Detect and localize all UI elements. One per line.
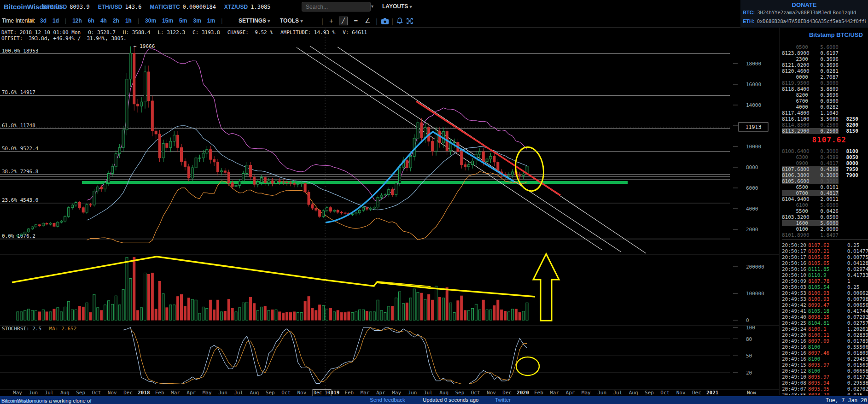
trade-row: 20:49:1281000.06658 (780, 368, 868, 374)
svg-text:Sep: Sep (266, 390, 275, 396)
svg-text:Feb: Feb (344, 390, 354, 396)
tools-button[interactable]: TOOLS ▾ (280, 18, 303, 24)
svg-text:May: May (13, 390, 22, 396)
ticker-item[interactable]: MATIC/BTC0.00000184 (150, 4, 216, 10)
ask-row: 8119.95000.3000 (780, 80, 868, 86)
trade-price: 8104.81 (808, 320, 847, 326)
plus-icon[interactable]: ＋ (328, 17, 334, 25)
trade-row: 20:50:098107.781 (780, 278, 868, 284)
expand-icon[interactable] (406, 18, 413, 24)
svg-text:Jun: Jun (29, 390, 38, 396)
interval-button-6h[interactable]: 6h (88, 18, 94, 24)
trade-amount: 0.00662 (847, 290, 868, 296)
interval-button-1m[interactable]: 1m (207, 18, 215, 24)
svg-text:61.8% 11748: 61.8% 11748 (2, 123, 35, 129)
svg-text:Nov: Nov (108, 390, 117, 396)
ask-row: 8121.02000.3696 (780, 62, 868, 68)
order-price: 0100 (782, 226, 808, 232)
horizontal-line-tool-icon[interactable]: ＝ (353, 17, 359, 25)
interval-button-1h[interactable]: 1h (125, 18, 132, 24)
price-amount: 8117.48001.1049 (782, 110, 839, 116)
twitter-link[interactable]: Twitter (495, 397, 511, 403)
interval-button-3m[interactable]: 3m (193, 18, 201, 24)
svg-text:Jul: Jul (45, 390, 54, 396)
price-amount: 8104.94002.0011 (782, 196, 839, 202)
order-price: 8105.6600 (782, 178, 808, 184)
order-amount: 0.3696 (808, 56, 839, 62)
search-dropdown-caret-icon[interactable]: ▾ (371, 4, 373, 9)
status-bar: BitcoinWisdom.io is a working clone of b… (0, 396, 868, 404)
trade-price: 8100.11 (808, 332, 847, 338)
price-amount: 8118.84003.8809 (782, 86, 839, 92)
svg-text:Oct: Oct (92, 390, 101, 396)
trade-amount: 0.41733 (847, 272, 868, 278)
clone-link[interactable]: bitcoinwisdom.com (1, 398, 46, 404)
scale-price: 8250 (839, 116, 858, 122)
settings-button[interactable]: SETTINGS ▾ (239, 18, 270, 24)
order-price: 8107.6800 (782, 166, 808, 172)
trade-price: 8093.29 (808, 392, 847, 395)
svg-text:4000: 4000 (746, 206, 758, 212)
order-amount: 0.4817 (808, 160, 839, 166)
trend-line-tool-icon[interactable]: ╱ (339, 17, 348, 25)
info-segment: O: 3528.7 (88, 29, 116, 35)
bid-row: 16005.6000 (780, 220, 868, 226)
trade-price: 8107.62 (808, 242, 847, 248)
svg-text:May: May (203, 390, 212, 396)
svg-text:100000: 100000 (746, 291, 764, 297)
trade-amount: 1 (847, 278, 851, 284)
interval-button-15m[interactable]: 15m (162, 18, 173, 24)
info-segment: L: 3122.3 (157, 29, 185, 35)
order-price: 8121.0200 (782, 62, 808, 68)
ask-row: 8113.29000.25008150 (780, 128, 868, 134)
order-price: 8200 (782, 92, 808, 98)
trade-amount: 1.20261 (847, 326, 868, 332)
price-amount: 09000.4817 (782, 160, 839, 166)
interval-button-12h[interactable]: 12h (72, 18, 82, 24)
trade-time: 20:49:40 (782, 314, 808, 320)
svg-text:Jul: Jul (234, 390, 243, 396)
order-amount: 3.8809 (808, 86, 839, 92)
ticker-item[interactable]: BTC/USD8093.9 (42, 4, 90, 10)
trade-time: 20:50:03 (782, 284, 808, 290)
price-amount: 05005.6000 (782, 44, 839, 50)
scale-price (839, 214, 858, 220)
svg-text:10000: 10000 (746, 144, 761, 150)
price-amount: 55000.0426 (782, 208, 839, 214)
interval-button-30m[interactable]: 30m (145, 18, 156, 24)
camera-icon[interactable] (381, 18, 389, 24)
angle-tool-icon[interactable]: ∠ (365, 17, 371, 24)
svg-text:Oct: Oct (660, 390, 670, 396)
layouts-button[interactable]: LAYOUTS ▾ (382, 3, 412, 10)
order-amount: 0.3696 (808, 92, 839, 98)
order-price: 8108.6400 (782, 148, 808, 154)
interval-button-5m[interactable]: 5m (179, 18, 187, 24)
svg-text:50: 50 (746, 353, 752, 359)
scale-price (839, 50, 858, 56)
ticker-item[interactable]: ETH/USD143.6 (98, 4, 142, 10)
svg-text:Jun: Jun (408, 390, 417, 396)
interval-button-3d[interactable]: 3d (40, 18, 47, 24)
order-amount: 0.3000 (808, 80, 839, 86)
info-segment: C: 3193.8 (192, 29, 220, 35)
svg-text:2021: 2021 (706, 390, 719, 396)
feedback-link[interactable]: Send feedback (370, 397, 405, 403)
info-segment: AMPLITUDE: 14.93 % (280, 29, 335, 35)
interval-button-1d[interactable]: 1d (52, 18, 59, 24)
chart-canvas[interactable]: 100.0% 1895378.6% 1491761.8% 1174850.0% … (0, 0, 779, 404)
scale-price (839, 104, 858, 110)
bid-row: 09000.48178000 (780, 160, 868, 166)
ticker-item[interactable]: XTZ/USD1.3085 (224, 4, 271, 10)
ticker-pair: MATIC/BTC (150, 4, 180, 10)
search-input[interactable] (302, 2, 371, 12)
bell-icon[interactable] (396, 17, 403, 25)
price-amount: 8114.85000.2500 (782, 122, 839, 128)
interval-button-1w[interactable]: 1w (27, 18, 34, 24)
layouts-label: LAYOUTS (382, 3, 408, 10)
interval-button-4h[interactable]: 4h (100, 18, 107, 24)
ticker-value: 0.00000184 (183, 4, 216, 10)
trade-time: 20:50:16 (782, 260, 808, 266)
interval-button-2h[interactable]: 2h (113, 18, 119, 24)
order-amount: 0.0101 (808, 184, 839, 190)
trade-price: 8100.93 (808, 296, 847, 302)
